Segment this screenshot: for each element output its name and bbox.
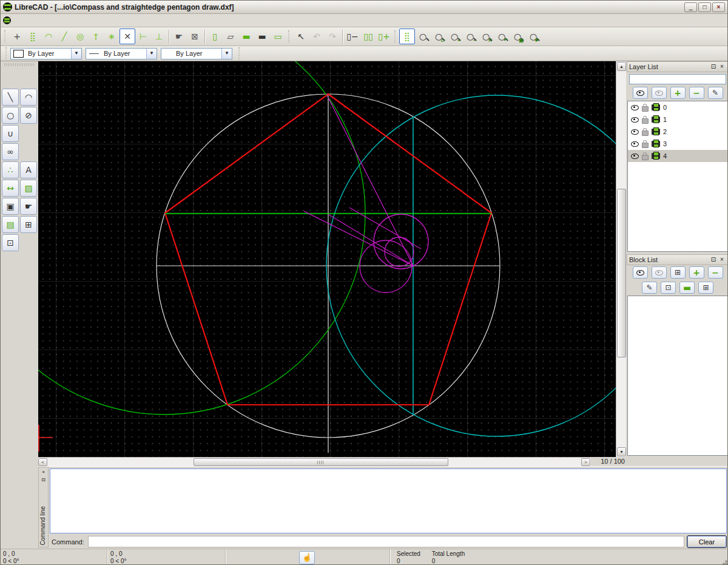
restore-icon[interactable]: □ xyxy=(698,2,711,12)
add-layer-icon[interactable]: + xyxy=(670,87,686,99)
vertical-scrollbar[interactable]: ▲ ▼ xyxy=(616,61,626,457)
vertical-scroll-thumb[interactable] xyxy=(617,189,626,357)
save-block-icon[interactable]: ▬ xyxy=(679,282,695,294)
save-file-icon[interactable]: ▬ xyxy=(238,29,254,44)
layer-visible-icon[interactable] xyxy=(631,129,639,135)
layer-print-icon[interactable] xyxy=(652,153,660,159)
remove-layer-icon[interactable]: − xyxy=(689,87,704,99)
zoom-page-icon[interactable]: ○ xyxy=(415,29,431,44)
block-tool-icon[interactable]: ⊞ xyxy=(20,216,37,233)
print-preview-icon[interactable]: ▭ xyxy=(270,29,286,44)
show-all-blocks-icon[interactable] xyxy=(633,266,648,279)
insert-block-icon[interactable]: ⊞ xyxy=(698,282,713,294)
close-icon[interactable]: × xyxy=(712,2,725,12)
open-file-icon[interactable]: ▱ xyxy=(223,29,238,44)
resize-grip[interactable] xyxy=(720,558,727,565)
float-panel-icon[interactable]: ⊡ xyxy=(709,256,718,264)
layer-print-icon[interactable] xyxy=(652,141,660,147)
mouse-hand-icon[interactable]: ☝ xyxy=(299,551,315,564)
close-document-icon[interactable]: ▯− xyxy=(345,29,360,44)
zoom-selected-icon[interactable]: ○▣ xyxy=(510,29,525,44)
linetype-combobox[interactable]: By Layer ▼ xyxy=(161,48,232,59)
toolbar-handle[interactable] xyxy=(288,30,291,43)
menu-item-dimension[interactable] xyxy=(68,19,79,22)
edit-block-icon[interactable]: ⊡ xyxy=(661,282,676,294)
snap-center-icon[interactable]: ◎ xyxy=(72,29,88,44)
layer-row-2[interactable]: 2 xyxy=(628,126,727,138)
scroll-up-icon[interactable]: ▲ xyxy=(617,62,626,71)
ellipse-tool-icon[interactable]: ⊘ xyxy=(20,107,37,124)
menu-item-draw[interactable] xyxy=(57,19,68,22)
layer-visible-icon[interactable] xyxy=(631,105,639,110)
toolbar-handle[interactable] xyxy=(4,30,7,43)
command-history[interactable] xyxy=(50,469,727,533)
points-tool-icon[interactable]: ∴ xyxy=(2,161,19,178)
remove-block-icon[interactable]: − xyxy=(708,266,723,279)
palette-handle[interactable] xyxy=(4,63,35,66)
circle-tool-icon[interactable]: ○ xyxy=(2,107,19,124)
layer-visible-icon[interactable] xyxy=(631,117,639,123)
layer-filter-input[interactable] xyxy=(629,74,726,84)
scroll-right-icon[interactable]: > xyxy=(581,458,590,466)
spline-tool-icon[interactable]: ∞ xyxy=(2,143,19,160)
snap-endpoints-icon[interactable]: ◠ xyxy=(41,29,56,44)
float-panel-icon[interactable]: ⊡ xyxy=(709,63,718,71)
documents-icon[interactable]: ▯▯ xyxy=(360,29,376,44)
select-tool-icon[interactable]: ☛ xyxy=(20,198,37,215)
line-tool-icon[interactable]: ╲ xyxy=(2,89,19,106)
horizontal-scrollbar[interactable]: < > xyxy=(38,457,591,466)
zoom-auto-icon[interactable]: ○✕ xyxy=(478,29,494,44)
zoom-previous-icon[interactable]: ○↶ xyxy=(494,29,510,44)
layer-row-4[interactable]: 4 xyxy=(628,150,727,162)
layer-print-icon[interactable] xyxy=(652,104,660,110)
text-tool-icon[interactable]: A xyxy=(20,161,37,178)
layer-row-3[interactable]: 3 xyxy=(628,138,727,150)
grid-toggle-icon[interactable]: ⣿ xyxy=(399,29,415,44)
zoom-in-icon[interactable]: ○+ xyxy=(447,29,462,44)
snap-distance-icon[interactable]: ∗ xyxy=(104,29,120,44)
menu-item-block[interactable] xyxy=(123,19,133,22)
menu-item-select[interactable] xyxy=(46,19,57,22)
polyline-tool-icon[interactable]: ∪ xyxy=(2,125,19,142)
snap-on-entity-icon[interactable]: ╱ xyxy=(56,29,72,44)
arc-tool-icon[interactable]: ◠ xyxy=(20,89,37,106)
chevron-down-icon[interactable]: ▼ xyxy=(221,49,232,59)
undo-icon[interactable]: ↶ xyxy=(309,29,325,44)
hide-all-layers-icon[interactable] xyxy=(652,87,667,99)
chevron-down-icon[interactable]: ▼ xyxy=(71,49,81,59)
menu-item-snap[interactable] xyxy=(90,19,101,22)
layer-visible-icon[interactable] xyxy=(631,141,639,147)
layer-print-icon[interactable] xyxy=(652,129,660,135)
width-combobox[interactable]: By Layer ▼ xyxy=(86,48,157,59)
layer-lock-icon[interactable] xyxy=(642,118,649,124)
close-panel-icon[interactable]: × xyxy=(718,63,726,71)
minimize-icon[interactable]: _ xyxy=(684,2,697,12)
set-relative-zero-icon[interactable]: ☛ xyxy=(171,29,187,44)
clear-button[interactable]: Clear xyxy=(687,535,727,548)
layer-lock-icon[interactable] xyxy=(642,130,649,136)
layer-row-1[interactable]: 1 xyxy=(628,113,727,126)
hide-all-blocks-icon[interactable] xyxy=(652,266,667,279)
layer-print-icon[interactable] xyxy=(652,117,660,123)
command-input[interactable] xyxy=(88,536,684,547)
layer-lock-icon[interactable] xyxy=(642,143,649,148)
select-pointer-icon[interactable]: ↖ xyxy=(293,29,309,44)
new-document-icon[interactable]: ▯+ xyxy=(376,29,392,44)
show-all-layers-icon[interactable] xyxy=(633,87,648,99)
dimension-tool-icon[interactable]: ↔ xyxy=(2,180,19,197)
scroll-down-icon[interactable]: ▼ xyxy=(617,447,626,456)
modify-block-icon[interactable]: ✎ xyxy=(642,282,657,294)
pan-icon[interactable]: ○☛ xyxy=(525,29,541,44)
layer-lock-icon[interactable] xyxy=(642,155,649,160)
chevron-down-icon[interactable]: ▼ xyxy=(146,49,157,59)
menu-item-window[interactable] xyxy=(133,19,144,22)
add-block-icon[interactable]: + xyxy=(689,266,704,279)
toolbar-handle[interactable] xyxy=(394,30,397,43)
measure-tool-icon[interactable]: ▤ xyxy=(2,216,19,233)
scroll-left-icon[interactable]: < xyxy=(38,458,47,466)
menu-item-view[interactable] xyxy=(35,19,46,22)
color-combobox[interactable]: By Layer ▼ xyxy=(10,48,82,59)
menu-item-help[interactable] xyxy=(144,19,155,22)
drawing-canvas[interactable] xyxy=(38,61,616,457)
layer-lock-icon[interactable] xyxy=(642,106,649,112)
